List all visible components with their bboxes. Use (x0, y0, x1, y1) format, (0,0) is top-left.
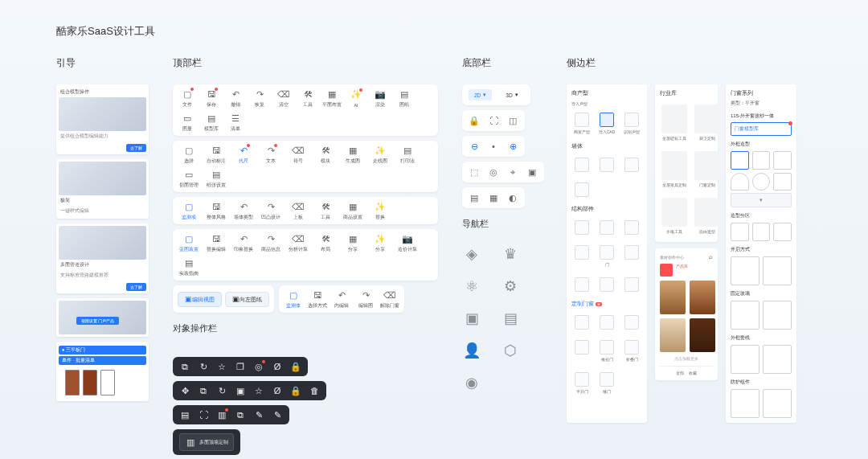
struct-item[interactable] (621, 217, 642, 238)
custom-item[interactable] (621, 312, 642, 333)
wall-item[interactable] (571, 179, 592, 200)
user-icon[interactable]: 👤 (462, 341, 481, 360)
struct-item[interactable] (596, 274, 617, 295)
frame-shape[interactable] (773, 173, 792, 191)
view-2d-button[interactable]: 2D ▾ (469, 89, 492, 100)
toolbar-button-5[interactable]: 🛠工具 (298, 88, 317, 108)
toolbar-button-4[interactable]: ⌫解除门窗 (380, 289, 399, 309)
lib-fav-button[interactable]: 收藏 (689, 371, 697, 375)
toolbar-button-2[interactable]: ↶代尺 (232, 145, 255, 164)
struct-item[interactable] (621, 274, 642, 295)
import-cad-item[interactable]: 导入CAD (596, 109, 617, 137)
guide-card-3[interactable]: 多面管道设计 支持标准管路建模推荐 去了解 (56, 223, 149, 293)
struct-item[interactable]: 门 (596, 242, 617, 270)
star-icon[interactable]: ☆ (216, 361, 227, 372)
liner-option[interactable] (731, 345, 760, 374)
cube-icon[interactable]: ⬚ (469, 166, 480, 178)
toolbar-button-0[interactable]: ▢监测项 (178, 201, 200, 220)
toolbar-button-6[interactable]: ▦生成图 (342, 145, 364, 164)
toolbar-button-7[interactable]: ✨分享 (369, 233, 391, 252)
refresh-icon[interactable]: ↻ (198, 361, 209, 372)
toolbar-button-0[interactable]: ▢选择 (178, 145, 200, 164)
toolbar-button-1[interactable]: 🖫选择方式 (308, 289, 327, 309)
toolbar-button-0[interactable]: ▢文件 (178, 88, 197, 108)
tab-products-icon[interactable] (660, 264, 673, 277)
hide-icon[interactable]: Ø (272, 385, 283, 396)
custom-item[interactable]: 折叠门 (621, 337, 642, 365)
frame-shape[interactable] (752, 151, 771, 170)
zone-shape[interactable] (752, 223, 771, 241)
liner-option[interactable] (763, 345, 792, 374)
glass-option[interactable] (731, 301, 760, 330)
zoom-out-icon[interactable]: ⊖ (469, 141, 480, 152)
custom-item[interactable]: 移门 (596, 369, 617, 397)
cut-icon[interactable]: ✎ (253, 409, 264, 420)
industry-item[interactable]: 厨卫定制 (693, 101, 722, 144)
toolbar-button-1[interactable]: 🖫整体风格 (205, 201, 227, 220)
group-icon[interactable]: ❐ (235, 361, 246, 372)
trash-icon[interactable]: 🗑 (309, 385, 320, 396)
search-icon[interactable]: ⌕ (709, 253, 713, 260)
frame-shape-circle[interactable] (752, 173, 771, 191)
toolbar-button-0[interactable]: ▣编辑视图 (178, 292, 222, 307)
image-icon[interactable]: ▦ (488, 192, 499, 203)
industry-item[interactable]: 全屋家具定制 (660, 148, 689, 191)
toolbar-button-4[interactable]: ⌫符号 (287, 145, 309, 164)
toolbar-button-9[interactable]: ▤打印法 (396, 145, 419, 164)
open-option[interactable] (763, 256, 792, 285)
edit-icon[interactable]: ✎ (272, 409, 283, 420)
industry-item[interactable]: 自由造型 (693, 195, 722, 237)
focus-icon[interactable]: ⌖ (507, 166, 518, 178)
lock-icon[interactable]: 🔒 (290, 385, 301, 396)
guide-cta-button[interactable]: 去了解 (126, 144, 146, 152)
toolbar-button-4[interactable]: ⌫清空 (274, 88, 293, 108)
custom-item[interactable] (596, 312, 617, 333)
toolbar-button-9[interactable]: ▤实装指南 (178, 257, 200, 277)
struct-item[interactable] (596, 217, 617, 238)
model-lib-button[interactable]: 门窗模型库 (731, 122, 792, 136)
copy-icon[interactable]: ⧉ (179, 361, 190, 372)
node-icon[interactable]: ⚛ (462, 277, 481, 296)
open-option[interactable] (731, 256, 760, 285)
custom-item[interactable]: 平开门 (571, 369, 592, 397)
struct-item[interactable] (571, 242, 592, 270)
custom-item[interactable]: 推拉门 (596, 337, 617, 365)
load-more[interactable]: 点击加载更多 (660, 356, 713, 361)
guide-card-5[interactable]: ● 三平板门 单件 · 批量清单 (56, 342, 149, 401)
toolbar-button-2[interactable]: ↶撤销 (226, 88, 245, 108)
wall-icon[interactable]: ▥ (216, 409, 227, 420)
expand-icon[interactable]: ⛶ (198, 409, 209, 420)
refresh-icon[interactable]: ↻ (216, 385, 227, 396)
toolbar-button-3[interactable]: ↷文本 (260, 145, 282, 164)
toolbar-button-2[interactable]: ↶印象替换 (232, 233, 255, 252)
lib-thumb[interactable] (660, 318, 686, 352)
toolbar-button-4[interactable]: ⌫分析计算 (287, 233, 309, 252)
multi-wall-chip[interactable]: ▥ 多面顶墙定制 (179, 433, 234, 451)
star-icon[interactable]: ☆ (253, 385, 264, 396)
toolbar-button-5[interactable]: 🛠模块 (314, 145, 337, 164)
toolbar-button-1[interactable]: 🖫自动标注 (205, 145, 227, 164)
import-item[interactable]: 商家产型 (571, 109, 592, 137)
zone-shape[interactable] (773, 223, 792, 241)
globe-icon[interactable]: ◎ (488, 166, 499, 178)
chat-icon[interactable]: ◉ (462, 373, 481, 392)
toolbar-button-5[interactable]: 🛠布局 (314, 233, 337, 252)
contrast-icon[interactable]: ◐ (507, 192, 518, 203)
layers-icon[interactable]: ▤ (179, 409, 190, 420)
lib-thumb[interactable] (690, 281, 715, 314)
industry-item[interactable]: 门窗定制 (693, 148, 722, 191)
struct-item[interactable] (621, 242, 642, 270)
display-icon[interactable]: ▣ (526, 166, 538, 178)
door-thumb-1[interactable] (65, 370, 80, 395)
frame-shape[interactable] (773, 151, 792, 170)
frame-dropdown[interactable]: ▾ (731, 193, 792, 207)
lib-all-button[interactable]: 全部 (676, 371, 684, 375)
toolbar-button-1[interactable]: 🖫保存 (202, 88, 221, 108)
toolbar-button-10[interactable]: ▭切面管理 (178, 169, 200, 188)
eye-icon[interactable]: ◎ (253, 361, 264, 372)
door-thumb-3[interactable] (100, 370, 115, 395)
toolbar-button-0[interactable]: ▢监测体 (284, 289, 303, 309)
toolbar-button-8[interactable]: 📷造价计算 (396, 233, 419, 252)
toolbar-button-0[interactable]: ▢蓝图装置 (178, 233, 200, 252)
move-icon[interactable]: ✥ (179, 385, 190, 396)
